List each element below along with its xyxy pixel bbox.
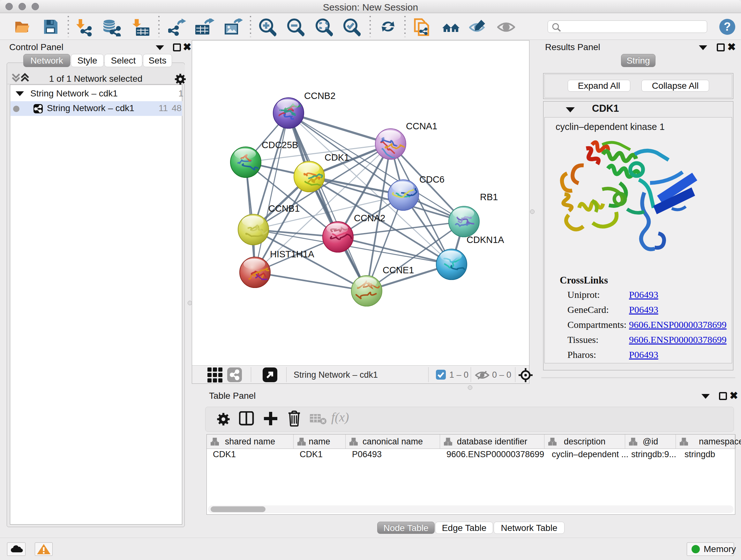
svg-text:CCNE1: CCNE1	[383, 265, 414, 275]
svg-text:RB1: RB1	[480, 192, 498, 202]
svg-text:CDC6: CDC6	[419, 174, 445, 185]
svg-text:CCNB2: CCNB2	[304, 91, 335, 101]
svg-text:CCNB1: CCNB1	[268, 203, 300, 213]
svg-text:CDKN1A: CDKN1A	[467, 235, 504, 245]
svg-text:CDK1: CDK1	[325, 152, 349, 163]
svg-text:CDC25B: CDC25B	[262, 140, 298, 150]
svg-text:?: ?	[724, 20, 731, 33]
svg-text:CCNA2: CCNA2	[354, 213, 385, 223]
svg-text:CCNA1: CCNA1	[406, 121, 437, 131]
svg-text:HIST1H1A: HIST1H1A	[270, 249, 314, 259]
